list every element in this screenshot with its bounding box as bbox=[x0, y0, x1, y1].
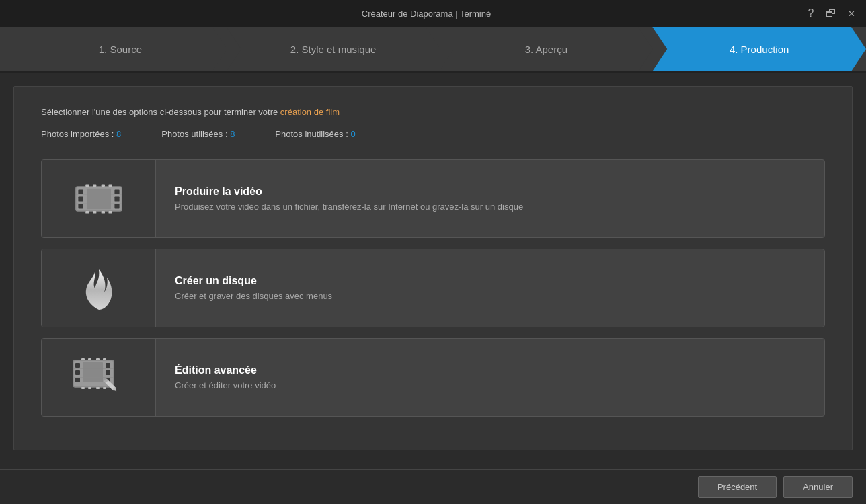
svg-rect-37 bbox=[103, 387, 106, 389]
stat-unused: Photos inutilisées : 0 bbox=[275, 129, 355, 139]
cancel-button[interactable]: Annuler bbox=[783, 476, 853, 498]
svg-rect-8 bbox=[87, 188, 111, 209]
svg-rect-36 bbox=[96, 387, 100, 389]
create-disc-desc: Créer et graver des disques avec menus bbox=[175, 291, 332, 301]
advanced-edit-card[interactable]: Édition avancée Créer et éditer votre vi… bbox=[41, 338, 825, 417]
svg-rect-2 bbox=[78, 189, 83, 194]
svg-rect-35 bbox=[88, 387, 91, 389]
produce-video-title: Produire la vidéo bbox=[175, 185, 523, 198]
produce-video-desc: Produisez votre vidéo dans un fichier, t… bbox=[175, 202, 523, 212]
advanced-edit-title: Édition avancée bbox=[175, 364, 276, 376]
svg-rect-3 bbox=[78, 196, 83, 201]
svg-rect-25 bbox=[106, 370, 110, 375]
svg-rect-15 bbox=[85, 211, 89, 214]
svg-rect-7 bbox=[114, 204, 119, 208]
svg-rect-32 bbox=[96, 358, 100, 360]
produce-video-text: Produire la vidéo Produisez votre vidéo … bbox=[156, 185, 542, 212]
svg-rect-16 bbox=[93, 211, 96, 214]
step-source[interactable]: 1. Source bbox=[0, 27, 227, 71]
close-button[interactable]: ✕ bbox=[844, 9, 858, 19]
main-content: Sélectionner l'une des options ci-dessou… bbox=[13, 86, 853, 450]
svg-rect-6 bbox=[114, 196, 119, 201]
help-button[interactable]: ? bbox=[804, 7, 818, 19]
svg-rect-31 bbox=[88, 358, 91, 360]
svg-rect-24 bbox=[106, 363, 110, 368]
edit-film-icon bbox=[72, 358, 126, 398]
svg-rect-12 bbox=[93, 184, 96, 187]
create-disc-icon-box bbox=[42, 249, 156, 327]
step-style[interactable]: 2. Style et musique bbox=[227, 27, 440, 71]
title-bar: Créateur de Diaporama | Terminé ? 🗗 ✕ bbox=[0, 0, 866, 27]
svg-rect-33 bbox=[103, 358, 106, 360]
step-production[interactable]: 4. Production bbox=[652, 27, 866, 71]
svg-rect-14 bbox=[108, 184, 112, 187]
svg-rect-22 bbox=[75, 370, 80, 375]
step-apercu[interactable]: 3. Aperçu bbox=[440, 27, 654, 71]
advanced-edit-icon-box bbox=[42, 339, 156, 416]
advanced-edit-text: Édition avancée Créer et éditer votre vi… bbox=[156, 364, 294, 390]
create-disc-text: Créer un disque Créer et graver des disq… bbox=[156, 275, 351, 301]
bottom-bar: Précédent Annuler bbox=[0, 469, 866, 504]
svg-rect-13 bbox=[101, 184, 104, 187]
previous-button[interactable]: Précédent bbox=[698, 476, 777, 498]
svg-rect-30 bbox=[81, 358, 85, 360]
flame-icon bbox=[80, 264, 118, 312]
svg-rect-5 bbox=[114, 189, 119, 194]
instruction-text: Sélectionner l'une des options ci-dessou… bbox=[41, 107, 825, 117]
produce-video-icon-box bbox=[42, 160, 156, 237]
minimize-button[interactable]: 🗗 bbox=[824, 7, 838, 19]
instruction-highlight: création de film bbox=[280, 107, 340, 117]
svg-rect-34 bbox=[81, 387, 85, 389]
svg-rect-18 bbox=[108, 211, 112, 214]
stats-row: Photos importées : 8 Photos utilisées : … bbox=[41, 129, 825, 139]
svg-rect-21 bbox=[75, 363, 80, 368]
wizard-steps: 1. Source 2. Style et musique 3. Aperçu … bbox=[0, 27, 866, 73]
window-title: Créateur de Diaporama | Terminé bbox=[48, 9, 804, 19]
stat-used: Photos utilisées : 8 bbox=[161, 129, 235, 139]
create-disc-card[interactable]: Créer un disque Créer et graver des disq… bbox=[41, 249, 825, 327]
svg-rect-17 bbox=[101, 211, 104, 214]
stat-imported: Photos importées : 8 bbox=[41, 129, 121, 139]
produce-video-card[interactable]: Produire la vidéo Produisez votre vidéo … bbox=[41, 159, 825, 238]
svg-rect-4 bbox=[78, 204, 83, 208]
advanced-edit-desc: Créer et éditer votre vidéo bbox=[175, 380, 276, 390]
create-disc-title: Créer un disque bbox=[175, 275, 332, 287]
svg-rect-23 bbox=[75, 378, 80, 382]
window-controls: ? 🗗 ✕ bbox=[804, 7, 858, 19]
svg-rect-11 bbox=[85, 184, 89, 187]
svg-rect-27 bbox=[83, 362, 103, 382]
film-icon bbox=[75, 181, 123, 216]
